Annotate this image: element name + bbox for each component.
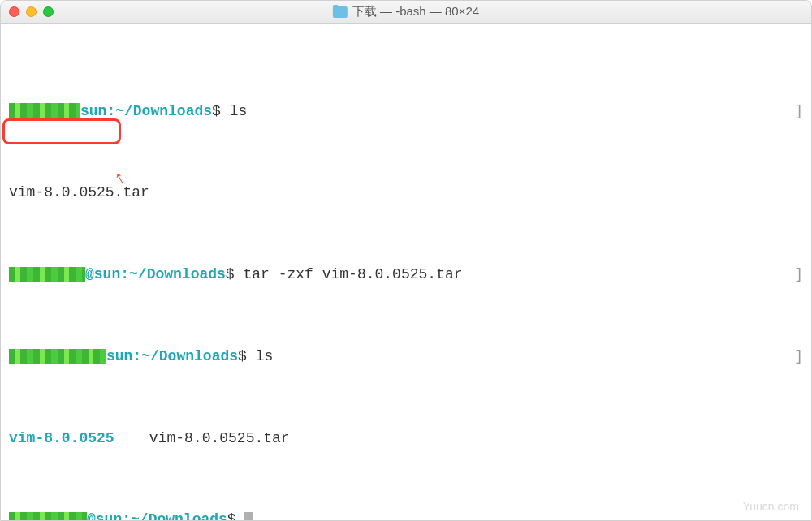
maximize-icon[interactable] [43, 6, 54, 17]
prompt-colon: : [120, 266, 129, 282]
prompt-separator: $ [238, 348, 247, 364]
annotation-highlight-box [2, 118, 121, 144]
traffic-lights [9, 6, 54, 17]
prompt-colon: : [106, 103, 115, 119]
prompt-separator: $ [212, 103, 221, 119]
prompt-path: ~/Downloads [115, 103, 212, 119]
prompt-separator: $ [226, 266, 235, 282]
prompt-path: ~/Downloads [141, 348, 238, 364]
watermark-text: Yuucn.com [743, 500, 799, 513]
cursor-icon [244, 512, 253, 521]
prompt-line: sun:~/Downloads$ ls] [9, 101, 803, 122]
prompt-line: @sun:~/Downloads$ tar -zxf vim-8.0.0525.… [9, 265, 803, 285]
terminal-window: 下载 — -bash — 80×24 sun:~/Downloads$ ls] … [0, 0, 812, 521]
prompt-colon: : [132, 348, 141, 364]
window-title-group: 下载 — -bash — 80×24 [333, 4, 479, 19]
command-text: ls [256, 348, 274, 364]
prompt-user: sun [80, 103, 106, 119]
scroll-marker: ] [794, 265, 803, 285]
output-line: vim-8.0.0525 vim-8.0.0525.tar [9, 428, 803, 449]
prompt-user: @sun [87, 511, 122, 521]
minimize-icon[interactable] [26, 6, 37, 17]
prompt-separator: $ [227, 511, 236, 521]
prompt-path: ~/Downloads [129, 266, 226, 282]
censored-user [9, 103, 80, 118]
terminal-body[interactable]: sun:~/Downloads$ ls] vim-8.0.0525.tar @s… [1, 24, 811, 521]
folder-icon [333, 6, 348, 18]
file-name: vim-8.0.0525.tar [114, 430, 290, 446]
scroll-marker: ] [794, 101, 803, 122]
output-line: vim-8.0.0525.tar [9, 183, 803, 203]
command-text: tar -zxf vim-8.0.0525.tar [243, 266, 462, 282]
prompt-colon: : [122, 511, 131, 521]
censored-user [9, 349, 106, 364]
window-title: 下载 — -bash — 80×24 [352, 4, 479, 19]
prompt-line: @sun:~/Downloads$ [9, 510, 803, 521]
censored-user [9, 267, 85, 282]
command-text: ls [230, 103, 248, 119]
prompt-user: @sun [85, 266, 120, 282]
prompt-user: sun [106, 348, 132, 364]
prompt-line: sun:~/Downloads$ ls] [9, 347, 803, 367]
window-titlebar: 下载 — -bash — 80×24 [1, 1, 811, 24]
close-icon[interactable] [9, 6, 19, 17]
directory-name: vim-8.0.0525 [9, 430, 114, 446]
scroll-marker: ] [794, 347, 803, 367]
censored-user [9, 512, 87, 521]
prompt-path: ~/Downloads [131, 511, 227, 521]
